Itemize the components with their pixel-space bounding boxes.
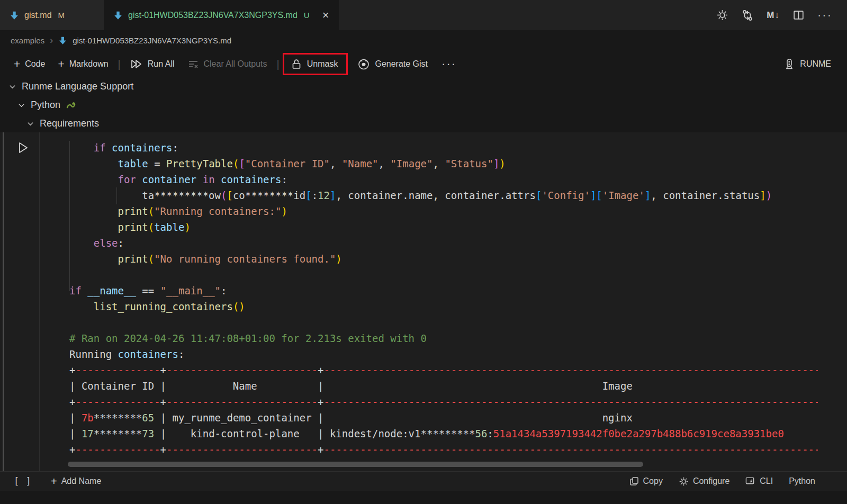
code-token: print [118, 205, 148, 217]
cell-footer-actions: Copy Configure CLI [629, 476, 815, 487]
code-line[interactable]: list_running_containers() [0, 299, 818, 314]
code-line[interactable]: +--------------+------------------------… [0, 442, 818, 457]
code-token: ] [645, 190, 651, 201]
code-token: containers [112, 142, 172, 154]
file-down-arrow-icon [58, 36, 67, 45]
code-line[interactable]: print("Running containers:") [0, 203, 818, 219]
code-token: , [379, 158, 391, 169]
chevron-down-icon[interactable] [26, 120, 34, 128]
code-token: + [69, 396, 75, 408]
code-token: ] [493, 158, 499, 169]
add-code-button[interactable]: + Code [7, 55, 52, 74]
split-editor-icon[interactable] [792, 9, 805, 21]
code-line[interactable]: else: [0, 235, 818, 251]
cli-button[interactable]: CLI [745, 476, 773, 486]
code-line[interactable]: print(table) [0, 219, 818, 235]
tab-gist-md[interactable]: gist.md M [0, 0, 104, 30]
generate-gist-button[interactable]: Generate Gist [351, 55, 434, 74]
markdown-preview-icon[interactable]: M↓ [767, 10, 780, 21]
add-name-label: Add Name [61, 476, 102, 486]
code-token: containers [221, 174, 281, 185]
code-token: ) [281, 205, 287, 217]
code-token: ] [330, 190, 336, 201]
clear-all-outputs-button[interactable]: Clear All Outputs [181, 55, 274, 73]
code-token: ( [233, 301, 239, 312]
python-snake-icon [66, 100, 77, 110]
code-token: "Image" [390, 158, 432, 169]
code-line[interactable]: ta*********ow([co********id[:12], contai… [0, 187, 818, 203]
generate-gist-label: Generate Gist [375, 59, 428, 69]
code-line[interactable]: if containers: [0, 140, 818, 156]
code-token: + [160, 396, 166, 408]
code-line[interactable]: | 17********73 | kind-control-plane | ki… [0, 426, 818, 442]
add-markdown-button[interactable]: + Markdown [52, 55, 115, 74]
code-line[interactable]: table = PrettyTable(["Container ID", "Na… [0, 156, 818, 172]
code-line[interactable]: for container in containers: [0, 172, 818, 187]
run-all-button[interactable]: Run All [124, 55, 181, 73]
breadcrumb-file[interactable]: gist-01HWD053BZ23JN6VA7X3NGP3YS.md [73, 36, 231, 45]
more-actions-icon[interactable]: ··· [817, 8, 832, 22]
chevron-down-icon[interactable] [17, 101, 25, 109]
unmask-label: Unmask [307, 59, 338, 69]
code-token: == [142, 285, 154, 296]
file-down-arrow-icon [10, 11, 19, 20]
breadcrumb-separator: › [50, 35, 53, 46]
tab-label: gist-01HWD053BZ23JN6VA7X3NGP3YS.md [128, 11, 298, 20]
code-token: [ [596, 190, 602, 201]
code-line[interactable]: | Container ID | Name | Image [0, 378, 818, 394]
code-line[interactable]: | 7b********65 | my_runme_demo_container… [0, 410, 818, 426]
code-line[interactable]: # Ran on 2024-04-26 11:47:08+01:00 for 2… [0, 330, 818, 346]
code-token: | [69, 412, 82, 424]
git-compare-icon[interactable] [741, 9, 754, 22]
heading-requirements[interactable]: Requirements [0, 114, 847, 132]
code-line[interactable]: +--------------+------------------------… [0, 362, 818, 378]
code-line[interactable]: Running containers: [0, 346, 818, 362]
close-icon[interactable]: × [322, 8, 329, 22]
unmask-button[interactable]: Unmask [290, 57, 339, 71]
heading-label: Requirements [40, 118, 99, 129]
code-token [69, 253, 118, 265]
notebook-cell: if containers: table = PrettyTable(["Con… [0, 132, 847, 491]
heading-python[interactable]: Python [0, 95, 847, 114]
plus-icon: + [58, 58, 65, 70]
code-token [136, 285, 142, 296]
code-line[interactable]: +--------------+------------------------… [0, 394, 818, 410]
kernel-language-indicator[interactable]: Python [789, 476, 815, 486]
code-token: 17 [82, 428, 94, 439]
code-token: : [221, 285, 227, 296]
cell-status-bar: [ ] + Add Name Copy [0, 471, 847, 491]
tab-gist-01hwd[interactable]: gist-01HWD053BZ23JN6VA7X3NGP3YS.md U × [104, 0, 339, 30]
code-token: ******** [94, 428, 142, 439]
code-token: ----------------------------------------… [324, 444, 818, 455]
cli-label: CLI [760, 476, 773, 486]
horizontal-scrollbar[interactable] [68, 462, 643, 467]
code-line[interactable] [0, 314, 818, 330]
code-token: | [69, 428, 82, 439]
code-line[interactable]: if __name__ == "__main__": [0, 283, 818, 299]
configure-button[interactable]: Configure [679, 476, 729, 487]
code-token: ] [760, 190, 765, 201]
chevron-down-icon[interactable] [8, 83, 16, 91]
code-token: ) [239, 301, 245, 312]
add-name-button[interactable]: + Add Name [51, 475, 101, 488]
gear-icon[interactable] [716, 9, 728, 21]
code-token: ) [499, 158, 505, 169]
code-token: : [487, 428, 493, 439]
code-token: 56 [475, 428, 487, 439]
code-editor[interactable]: if containers: table = PrettyTable(["Con… [0, 140, 818, 458]
breadcrumb-folder[interactable]: examples [11, 36, 44, 45]
runme-brand[interactable]: RUNME [783, 58, 847, 70]
code-token: table [154, 221, 184, 233]
code-token: 73 [142, 428, 154, 439]
heading-runme-language-support[interactable]: Runme Language Support [0, 77, 847, 95]
code-line[interactable]: print("No running containers found.") [0, 251, 818, 267]
unlock-icon [291, 58, 302, 70]
more-cell-actions-icon[interactable]: ··· [441, 57, 456, 71]
code-token [69, 158, 118, 169]
code-token: -------------- [75, 444, 160, 455]
code-line[interactable] [0, 267, 818, 283]
code-token [69, 205, 118, 217]
copy-button[interactable]: Copy [629, 476, 663, 486]
add-code-label: Code [25, 59, 45, 69]
runme-label: RUNME [800, 59, 831, 69]
